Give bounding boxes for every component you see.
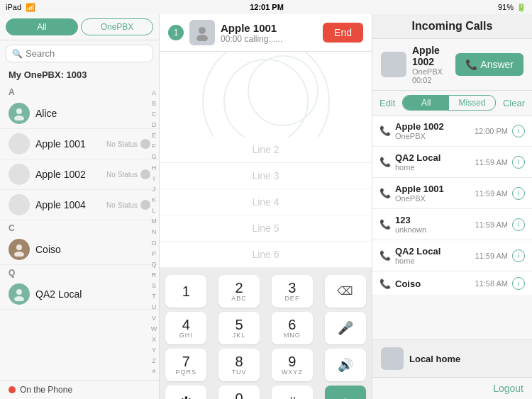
alpha-f[interactable]: F [150,142,157,150]
edit-button[interactable]: Edit [379,98,395,108]
log-name-6: Coiso [395,279,471,289]
log-item-4[interactable]: 📞 123 unknown 11:59 AM i [372,209,532,240]
alpha-q[interactable]: Q [150,261,157,268]
key-hash[interactable]: # [272,386,313,399]
alpha-c[interactable]: C [150,111,157,118]
alpha-p[interactable]: P [150,250,157,257]
key-backspace[interactable]: ⌫ [325,275,366,308]
tab-onepbx[interactable]: OnePBX [81,18,153,35]
key-star[interactable]: ✱ [165,386,206,399]
call-info: Apple 1001 00:00 calling...... [221,22,317,44]
log-item-6[interactable]: 📞 Coiso 11:58 AM i [372,271,532,296]
key-6[interactable]: 6MNO [272,312,313,344]
log-name-2: QA2 Local [395,152,471,163]
log-detail-btn-5[interactable]: i [512,249,525,262]
local-home-avatar [381,347,404,370]
log-tab-all[interactable]: All [403,96,449,110]
log-item-2[interactable]: 📞 QA2 Local home 11:59 AM i [372,147,532,178]
keypad-row-2: 4GHI 5JKL 6MNO 🎤 [160,310,372,346]
alpha-z[interactable]: Z [150,357,157,364]
contact-qa2local[interactable]: QA2 Local [0,279,159,310]
key-4[interactable]: 4GHI [165,312,206,344]
key-mute[interactable]: 🎤 [325,312,366,344]
alpha-x[interactable]: X [150,336,157,343]
log-sub-5: home [395,257,471,265]
log-item-1[interactable]: 📞 Apple 1002 OnePBX 12:00 PM i [372,116,532,147]
line-4[interactable]: Line 4 [160,189,372,215]
alpha-h[interactable]: H [150,164,157,172]
alpha-o[interactable]: O [150,240,157,247]
alpha-u[interactable]: U [150,303,157,310]
alpha-d[interactable]: D [150,121,157,128]
line-2[interactable]: Line 2 [160,137,372,163]
section-a: A [0,84,159,99]
incoming-caller-sub: OnePBX [412,67,450,76]
answer-button[interactable]: 📞 Answer [455,53,523,76]
tab-all[interactable]: All [6,18,78,35]
alpha-t[interactable]: T [150,293,157,300]
line-6[interactable]: Line 6 [160,242,372,268]
contact-apple1004[interactable]: Apple 1004 No Status [0,190,159,220]
local-home-item[interactable]: Local home [381,347,523,370]
clear-button[interactable]: Clear [503,98,525,108]
contact-apple1002[interactable]: Apple 1002 No Status [0,159,159,190]
log-detail-btn-1[interactable]: i [512,125,525,137]
key-1[interactable]: 1 [165,275,206,308]
log-info-5: QA2 Local home [395,246,471,265]
alpha-j[interactable]: J [150,186,157,193]
contact-avatar-apple1001 [9,133,30,154]
log-detail-btn-2[interactable]: i [512,156,525,169]
key-9[interactable]: 9WXYZ [272,349,313,381]
search-input[interactable] [26,48,147,59]
alpha-s[interactable]: S [150,282,157,289]
contact-coiso[interactable]: Coiso [0,235,159,265]
contact-name-apple1002: Apple 1002 [35,169,106,180]
search-bar[interactable]: 🔍 [6,45,153,62]
alpha-i[interactable]: I [150,175,157,182]
key-5[interactable]: 5JKL [218,312,260,344]
alpha-hash[interactable]: # [150,368,157,375]
logout-button[interactable]: Logout [493,383,523,394]
key-speaker[interactable]: 🔊 [325,349,366,381]
call-log-phone-icon-1: 📞 [379,125,391,137]
key-0[interactable]: 0+ [218,386,260,399]
log-tab-missed[interactable]: Missed [449,96,495,110]
alpha-e[interactable]: E [150,132,157,139]
alpha-a[interactable]: A [150,89,157,96]
search-icon: 🔍 [12,49,23,59]
log-detail-btn-6[interactable]: i [512,277,525,290]
alpha-g[interactable]: G [150,153,157,160]
alpha-b[interactable]: B [150,100,157,107]
key-add[interactable]: + [325,386,366,399]
svg-point-4 [16,289,22,295]
alpha-n[interactable]: N [150,228,157,235]
end-call-button[interactable]: End [323,23,363,43]
status-time: 12:01 PM [250,3,284,11]
alpha-w[interactable]: W [150,325,157,332]
log-item-5[interactable]: 📞 QA2 Local home 11:59 AM i [372,240,532,271]
log-item-3[interactable]: 📞 Apple 1001 OnePBX 11:59 AM i [372,178,532,209]
alpha-k[interactable]: K [150,196,157,203]
contact-alice[interactable]: Alice [0,99,159,129]
alpha-y[interactable]: Y [150,347,157,354]
contact-status-apple1004: No Status [106,201,138,209]
key-3[interactable]: 3DEF [272,275,313,308]
line-3[interactable]: Line 3 [160,163,372,189]
svg-point-0 [16,108,22,114]
log-detail-btn-3[interactable]: i [512,187,525,200]
log-sub-1: OnePBX [395,132,470,140]
line-5[interactable]: Line 5 [160,215,372,242]
log-detail-btn-4[interactable]: i [512,218,525,231]
right-panel: Incoming Calls Apple 1002 OnePBX 00:02 📞… [372,14,532,399]
battery-icon: 🔋 [516,3,526,12]
log-name-3: Apple 1001 [395,184,471,194]
key-8[interactable]: 8TUV [218,349,260,381]
alpha-r[interactable]: R [150,271,157,279]
call-timer: 00:00 calling...... [221,34,317,44]
alpha-v[interactable]: V [150,315,157,322]
key-7[interactable]: 7PQRS [165,349,206,381]
alpha-l[interactable]: L [150,207,157,214]
alpha-m[interactable]: M [150,218,157,225]
key-2[interactable]: 2ABC [218,275,260,308]
contact-apple1001[interactable]: Apple 1001 No Status [0,129,159,159]
